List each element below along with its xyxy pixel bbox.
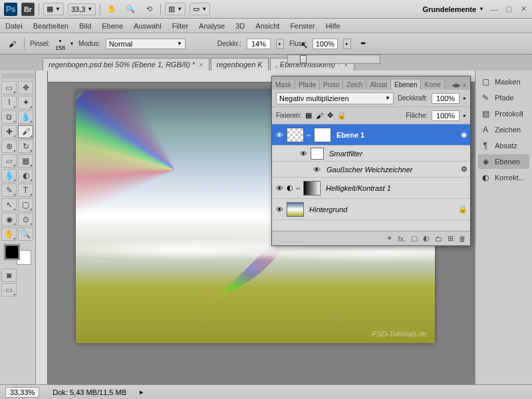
visibility-icon[interactable]: 👁 — [275, 130, 284, 140]
panel-tab-layers[interactable]: Ebenen — [391, 80, 421, 90]
dock-masks[interactable]: ▢Masken — [478, 74, 529, 89]
maximize-icon[interactable]: ▢ — [504, 5, 513, 14]
blend-mode-dropdown[interactable]: Negativ multiplizieren▼ — [276, 92, 394, 104]
delete-icon[interactable]: 🗑 — [459, 235, 466, 243]
hand-icon[interactable]: ✋ — [104, 3, 119, 16]
flow-arrow[interactable]: ▸ — [343, 39, 351, 49]
group-icon[interactable]: 🗀 — [435, 235, 442, 243]
opacity-arrow[interactable]: ▸ — [276, 39, 284, 49]
menu-select[interactable]: Auswahl — [134, 22, 162, 30]
layer-row[interactable]: 👁 Hintergrund 🔒 — [272, 199, 470, 220]
link-layers-icon[interactable]: ⚭ — [386, 234, 392, 243]
menu-help[interactable]: Hilfe — [326, 22, 340, 30]
layer-name[interactable]: Ebene 1 — [336, 131, 364, 139]
lock-pixels-icon[interactable]: 🖌 — [316, 112, 323, 120]
ruler-vertical[interactable] — [36, 70, 48, 384]
dock-character[interactable]: AZeichen — [478, 122, 529, 137]
brush-tool-icon[interactable]: 🖌 — [5, 37, 19, 51]
lasso-tool[interactable]: ⌇ — [1, 96, 17, 109]
panel-tab-paragraph[interactable]: Absat — [366, 80, 391, 90]
eyedropper-tool[interactable]: 💧 — [18, 110, 33, 124]
lock-all-icon[interactable]: 🔒 — [337, 111, 346, 120]
filter-options-icon[interactable]: ⚙ — [461, 165, 467, 174]
history-brush-tool[interactable]: ↻ — [18, 140, 33, 153]
hand-tool[interactable]: ✋ — [1, 227, 17, 241]
panel-tab-scroll[interactable]: ◀▶ ≡ — [448, 80, 470, 90]
eraser-tool[interactable]: ▱ — [1, 154, 17, 168]
zoom-status[interactable]: 33,33% — [5, 387, 39, 398]
panel-tab-history[interactable]: Proto — [320, 80, 343, 90]
doc-tab-1[interactable]: regenbogen.psd bei 50% (Ebene 1, RGB/8) … — [43, 58, 209, 70]
minimize-icon[interactable]: — — [489, 5, 499, 14]
lock-position-icon[interactable]: ✥ — [327, 111, 333, 120]
3d-tool[interactable]: ◉ — [1, 213, 17, 226]
opacity-arrow-icon[interactable]: ▸ — [464, 95, 466, 101]
layer-name[interactable]: Hintergrund — [309, 205, 347, 213]
foreground-color[interactable] — [5, 245, 19, 259]
menu-layer[interactable]: Ebene — [102, 22, 123, 30]
layer-name[interactable]: Gaußscher Weichzeichner — [327, 166, 412, 174]
panel-tab-character[interactable]: Zeich — [343, 80, 366, 90]
new-layer-icon[interactable]: ⊞ — [448, 234, 454, 243]
screenmode-tool[interactable]: ▭ — [1, 283, 17, 297]
menu-edit[interactable]: Bearbeiten — [33, 22, 68, 30]
status-arrow-icon[interactable]: ▸ — [140, 388, 144, 396]
pen-tool[interactable]: ✎ — [1, 184, 17, 197]
layer-thumbnail[interactable] — [287, 128, 304, 142]
visibility-icon[interactable]: 👁 — [275, 184, 284, 193]
rotate-icon[interactable]: ⟲ — [142, 3, 156, 16]
layer-row-smartfilter[interactable]: 👁 Smartfilter — [272, 146, 470, 162]
stamp-tool[interactable]: ⊕ — [1, 140, 17, 153]
menu-window[interactable]: Fenster — [290, 22, 315, 30]
layer-row[interactable]: 👁 ⎓ Ebene 1 ◉ — [272, 124, 470, 146]
brush-preset[interactable]: •158 — [55, 37, 65, 51]
brush-tool[interactable]: 🖌 — [18, 125, 33, 138]
menu-filter[interactable]: Filter — [172, 22, 188, 30]
layer-row[interactable]: 👁 ◐ ⎓ Helligkeit/Kontrast 1 — [272, 178, 470, 199]
type-tool[interactable]: T — [18, 184, 33, 197]
opacity-input[interactable]: 14% — [247, 39, 271, 49]
slider-thumb[interactable] — [300, 55, 307, 63]
3d-camera-tool[interactable]: ⊙ — [18, 213, 33, 226]
visibility-icon[interactable]: 👁 — [312, 165, 321, 174]
gradient-tool[interactable]: ▦ — [18, 154, 33, 168]
doc-tab-2[interactable]: regenbogen K — [211, 58, 269, 70]
layer-name[interactable]: Helligkeit/Kontrast 1 — [326, 184, 391, 192]
screen-dropdown[interactable]: ▭▼ — [190, 3, 210, 15]
zoom-icon[interactable]: 🔍 — [123, 3, 138, 16]
opacity-slider[interactable] — [287, 55, 380, 64]
dock-adjustments[interactable]: ◐Korrekt... — [478, 170, 529, 185]
quickmask-tool[interactable]: ◙ — [1, 269, 17, 282]
shape-tool[interactable]: ▢ — [18, 198, 33, 211]
panel-tab-adjustments[interactable]: Korre — [421, 80, 444, 90]
filter-mask-thumbnail[interactable] — [311, 148, 324, 160]
brush-dropdown-arrow[interactable]: ▾ — [70, 41, 73, 47]
zoom-tool[interactable]: 🔍 — [18, 227, 33, 241]
mask-thumbnail[interactable] — [303, 181, 321, 196]
close-icon[interactable]: ✕ — [519, 5, 528, 14]
layer-thumbnail[interactable] — [287, 202, 304, 217]
menu-file[interactable]: Datei — [5, 22, 23, 30]
bridge-icon[interactable]: Br — [21, 3, 35, 16]
marquee-tool[interactable]: ▭ — [1, 81, 17, 94]
dock-paths[interactable]: ✎Pfade — [478, 90, 529, 105]
move-tool[interactable]: ✥ — [18, 81, 33, 94]
fill-input[interactable]: 100% — [432, 110, 460, 121]
view-dropdown[interactable]: ▦▼ — [43, 3, 64, 15]
fill-arrow-icon[interactable]: ▸ — [464, 112, 466, 118]
dock-paragraph[interactable]: ¶Absatz — [478, 138, 529, 153]
toolbox-grip[interactable] — [1, 73, 35, 78]
mode-dropdown[interactable]: Normal▼ — [106, 39, 186, 49]
path-tool[interactable]: ↖ — [1, 198, 17, 211]
flow-input[interactable]: 100% — [313, 39, 338, 49]
menu-view[interactable]: Ansicht — [255, 22, 279, 30]
heal-tool[interactable]: ✚ — [1, 125, 17, 138]
panel-tab-paths[interactable]: Pfade — [295, 80, 320, 90]
airbrush-icon[interactable]: ✒ — [360, 39, 366, 48]
crop-tool[interactable]: ⧉ — [1, 110, 17, 124]
blur-tool[interactable]: 💧 — [1, 169, 17, 182]
workspace-dropdown[interactable]: Grundelemente▼ — [422, 5, 484, 13]
ps-app-icon[interactable]: Ps — [4, 3, 17, 16]
menu-3d[interactable]: 3D — [235, 22, 245, 30]
visibility-icon[interactable]: 👁 — [275, 205, 284, 214]
